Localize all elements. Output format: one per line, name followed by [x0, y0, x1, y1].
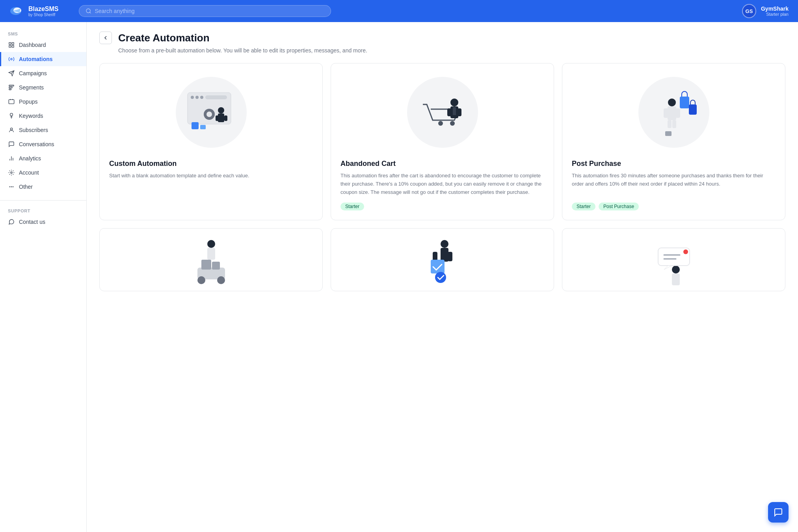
user-plan: Starter plan: [761, 12, 789, 17]
svg-point-31: [206, 112, 212, 117]
svg-point-59: [197, 276, 205, 284]
svg-rect-43: [458, 108, 461, 116]
svg-rect-68: [672, 273, 680, 285]
sidebar-item-subscribers[interactable]: Subscribers: [0, 123, 86, 137]
sidebar-label-keywords: Keywords: [19, 113, 43, 119]
svg-rect-64: [448, 252, 452, 261]
tag-starter-abandoned: Starter: [340, 203, 364, 210]
main-layout: SMS Dashboard Automations: [0, 22, 798, 532]
svg-rect-11: [9, 85, 14, 86]
svg-rect-29: [205, 95, 227, 99]
card-post-purchase-tags: Starter Post Purchase: [572, 203, 776, 210]
analytics-icon: [8, 155, 15, 162]
svg-point-24: [13, 186, 13, 187]
sidebar-item-keywords[interactable]: Keywords: [0, 109, 86, 123]
sidebar-item-account[interactable]: Account: [0, 166, 86, 180]
svg-point-40: [450, 99, 458, 106]
page-subtitle: Choose from a pre-built automation below…: [118, 47, 785, 54]
sidebar: SMS Dashboard Automations: [0, 22, 87, 532]
svg-point-32: [218, 107, 224, 113]
card-abandoned-tags: Starter: [340, 203, 544, 210]
svg-point-17: [10, 128, 12, 130]
logo-name: BlazeSMS: [28, 6, 58, 13]
svg-marker-73: [664, 266, 672, 270]
logo-sub: by Shop Sheriff: [28, 13, 58, 17]
user-info: GymShark Starter plan: [761, 6, 789, 17]
avatar: GS: [742, 4, 756, 18]
sidebar-item-contact-us[interactable]: Contact us: [0, 215, 86, 229]
svg-rect-14: [9, 100, 14, 104]
keywords-icon: [8, 112, 15, 119]
svg-rect-35: [224, 115, 227, 121]
card-custom-automation[interactable]: Custom Automation Start with a blank aut…: [99, 63, 323, 220]
svg-rect-13: [9, 89, 11, 90]
svg-point-23: [9, 186, 10, 187]
svg-point-39: [450, 121, 455, 126]
sidebar-label-segments: Segments: [19, 84, 44, 91]
svg-point-72: [683, 249, 688, 254]
search-input[interactable]: [95, 8, 324, 14]
svg-point-3: [86, 9, 90, 13]
svg-rect-37: [200, 125, 206, 129]
svg-rect-33: [218, 113, 224, 122]
card-abandoned-title: Abandoned Cart: [340, 160, 544, 168]
svg-point-26: [191, 96, 194, 99]
card-post-purchase-desc: This automation fires 30 minutes after s…: [572, 172, 776, 196]
card-abandoned-cart[interactable]: Abandoned Cart This automation fires aft…: [331, 63, 554, 220]
logo-text: BlazeSMS by Shop Sheriff: [28, 6, 58, 17]
svg-rect-44: [453, 107, 456, 115]
card-partial-3[interactable]: [562, 228, 785, 291]
svg-rect-47: [664, 108, 668, 118]
svg-point-9: [11, 58, 12, 60]
card-partial-1[interactable]: [99, 228, 323, 291]
sidebar-section-support: Support: [0, 205, 86, 215]
sidebar-item-automations[interactable]: Automations: [0, 52, 86, 66]
page-header: Create Automation: [99, 32, 785, 44]
chat-button[interactable]: [768, 502, 789, 523]
card-custom-title: Custom Automation: [109, 160, 313, 168]
sidebar-label-other: Other: [19, 184, 33, 190]
svg-point-27: [195, 96, 199, 99]
sidebar-item-other[interactable]: Other: [0, 180, 86, 194]
sidebar-label-campaigns: Campaigns: [19, 70, 47, 76]
conversations-icon: [8, 141, 15, 148]
svg-rect-58: [212, 262, 220, 270]
sidebar-label-dashboard: Dashboard: [19, 42, 46, 48]
svg-rect-53: [665, 131, 672, 136]
automations-icon: [8, 56, 15, 63]
sidebar-item-conversations[interactable]: Conversations: [0, 137, 86, 151]
user-name: GymShark: [761, 6, 789, 12]
svg-rect-50: [672, 120, 676, 128]
card-partial-2[interactable]: [331, 228, 554, 291]
sidebar-item-analytics[interactable]: Analytics: [0, 151, 86, 166]
logo-icon: [9, 5, 25, 17]
sidebar-item-campaigns[interactable]: Campaigns: [0, 66, 86, 80]
card-post-purchase[interactable]: Post Purchase This automation fires 30 m…: [562, 63, 785, 220]
popups-icon: [8, 98, 15, 105]
sidebar-label-account: Account: [19, 169, 39, 176]
svg-point-60: [217, 276, 225, 284]
sidebar-item-segments[interactable]: Segments: [0, 80, 86, 95]
svg-rect-48: [675, 108, 680, 118]
svg-rect-42: [447, 108, 451, 116]
sidebar-label-subscribers: Subscribers: [19, 127, 48, 133]
svg-point-38: [438, 121, 443, 126]
svg-rect-62: [441, 248, 448, 262]
other-icon: [8, 183, 15, 190]
sidebar-label-contact-us: Contact us: [19, 219, 45, 225]
sidebar-label-popups: Popups: [19, 99, 37, 105]
post-purchase-illustration: [572, 73, 776, 152]
search-bar[interactable]: [79, 5, 331, 17]
card-post-purchase-title: Post Purchase: [572, 160, 776, 168]
svg-point-66: [435, 272, 446, 283]
logo: BlazeSMS by Shop Sheriff: [9, 5, 73, 17]
sidebar-item-dashboard[interactable]: Dashboard: [0, 38, 86, 52]
svg-point-67: [672, 266, 680, 273]
sidebar-item-popups[interactable]: Popups: [0, 95, 86, 109]
svg-rect-12: [9, 87, 12, 88]
svg-rect-8: [12, 45, 14, 47]
back-button[interactable]: [99, 32, 112, 44]
svg-rect-36: [192, 122, 199, 129]
chat-icon: [774, 508, 783, 517]
subscribers-icon: [8, 126, 15, 134]
